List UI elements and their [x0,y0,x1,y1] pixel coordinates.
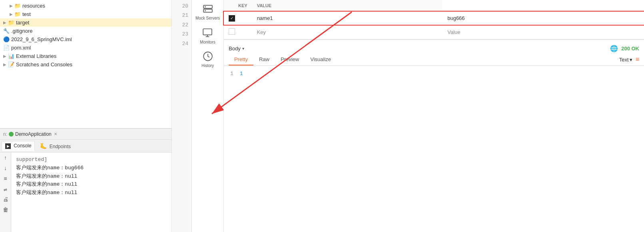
status-text: 200 OK [621,46,639,52]
param-key-cell[interactable]: name1 [252,12,443,25]
response-section: Body ▾ 🌐 200 OK Pretty Raw [224,40,644,85]
chevron-right-icon: ▶ [3,20,6,25]
file-icon: 🔧 [3,28,10,34]
response-header: Body ▾ 🌐 200 OK [224,43,644,54]
tree-item-test[interactable]: ▶ 📁 test [0,10,171,18]
tab-preview[interactable]: Preview [275,54,305,65]
bottom-tab-bar: ▶ Console 🦶 Endpoints [0,140,171,153]
tab-preview-label: Preview [281,56,299,62]
library-icon: 📊 [8,53,14,59]
chevron-right-icon: ▶ [3,62,6,67]
tab-endpoints[interactable]: 🦶 Endpoints [36,141,74,151]
tab-visualize-label: Visualize [310,56,331,62]
line-number-22: 22 [182,20,188,30]
param-checkbox-cell[interactable]: ✓ [224,12,252,25]
server-icon [202,3,213,14]
response-body: 1 1 [224,66,644,81]
console-lines: supported] 客户端发来的name：bug666 客户端发来的name：… [14,154,168,199]
param-row-placeholder: Key Value [224,25,644,39]
response-tabs: Pretty Raw Preview Visualize Text ▾ ≡ [224,54,644,66]
right-panel: KEY VALUE ✓ name1 bug666 [224,0,644,232]
line-number-21: 21 [182,11,188,20]
resp-line-number: 1 [230,71,233,77]
tab-console-label: Console [14,143,31,149]
param-value-value: bug666 [447,15,465,21]
line-number-20: 20 [182,2,188,11]
tab-console[interactable]: ▶ Console [2,141,35,151]
scratches-icon: 📝 [8,61,14,67]
print-button[interactable]: 🖨 [2,196,10,204]
app-name-label: DemoApplication [15,131,52,137]
bottom-panel-context-label: n: [3,131,7,137]
scroll-down-button[interactable]: ↓ [2,165,10,173]
body-text: Body [229,46,241,52]
pom-icon: 📄 [3,45,10,51]
console-line-1: 客户端发来的name：bug666 [16,164,167,173]
line-numbers: 20 21 22 23 24 [172,0,192,232]
postman-sidebar: Mock Servers Monitors [192,0,224,232]
placeholder-checkbox[interactable] [224,25,252,39]
scroll-up-button[interactable]: ↑ [2,154,10,162]
sidebar-item-history[interactable]: History [201,51,214,68]
tree-item-label: target [16,20,29,26]
tree-item-label: 2022_9_6_SpringMVC.iml [11,36,72,42]
tab-pretty[interactable]: Pretty [229,54,253,65]
tab-pretty-label: Pretty [234,56,248,62]
text-dropdown-label: Text [619,57,629,63]
status-badge: 200 OK [621,46,639,52]
key-header: KEY [224,0,252,12]
param-row-active: ✓ name1 bug666 [224,12,644,25]
body-label[interactable]: Body ▾ [229,46,244,52]
svg-rect-4 [203,29,212,35]
folder-icon: 📁 [14,3,21,9]
params-table: KEY VALUE ✓ name1 bug666 [224,0,644,40]
tree-item-label: .gitignore [11,28,32,34]
line-number-24: 24 [182,39,188,48]
wrap-lines-button[interactable]: ≡ [2,175,10,183]
filter-icon[interactable]: ≡ [636,56,639,63]
folder-icon: 📁 [8,20,14,26]
tree-item-label: Scratches and Consoles [16,61,72,67]
placeholder-value[interactable]: Value [443,25,644,39]
text-dropdown[interactable]: Text ▾ [619,57,632,63]
globe-icon: 🌐 [610,45,618,52]
body-dropdown-icon[interactable]: ▾ [242,46,244,51]
console-prefix-icon: ▶ [5,143,11,149]
chevron-right-icon: ▶ [10,4,13,8]
tree-item-external-libraries[interactable]: ▶ 📊 External Libraries [0,52,171,60]
sidebar-item-monitors[interactable]: Monitors [200,27,215,44]
tree-item-target[interactable]: ▶ 📁 target [0,18,171,27]
monitor-icon [202,27,213,38]
mock-servers-label: Mock Servers [195,16,220,21]
console-line-4: 客户端发来的name：null [16,189,167,197]
tree-item-label: pom.xml [11,45,31,51]
close-icon[interactable]: ✕ [54,132,57,136]
tree-item-gitignore[interactable]: 🔧 .gitignore [0,27,171,35]
soft-wrap-button[interactable]: ⇌ [2,185,10,193]
tree-item-pom[interactable]: 📄 pom.xml [0,44,171,52]
bottom-panel: n: DemoApplication ✕ ▶ Console 🦶 Endpoin… [0,128,171,232]
tab-raw[interactable]: Raw [253,54,275,65]
tab-endpoints-label: Endpoints [50,144,71,149]
tab-visualize[interactable]: Visualize [305,54,337,65]
param-key-value: name1 [257,15,273,21]
console-line-3: 客户端发来的name：null [16,180,167,189]
value-header: VALUE [252,0,443,12]
tree-item-iml[interactable]: 🔵 2022_9_6_SpringMVC.iml [0,35,171,44]
svg-point-3 [205,10,206,12]
clear-button[interactable]: 🗑 [2,206,10,214]
tree-item-scratches[interactable]: ▶ 📝 Scratches and Consoles [0,60,171,69]
console-toolbar: ↑ ↓ ≡ ⇌ 🖨 🗑 [0,153,11,232]
console-line-2: 客户端发来的name：null [16,173,167,181]
sidebar-item-mock-servers[interactable]: Mock Servers [195,3,220,21]
line-number-23: 23 [182,30,188,39]
tree-item-label: resources [22,3,45,9]
checkbox-checked[interactable]: ✓ [229,15,235,22]
tree-item-resources[interactable]: ▶ 📁 resources [0,2,171,10]
resp-value: 1 [240,71,243,77]
placeholder-key[interactable]: Key [252,25,443,39]
param-value-cell[interactable]: bug666 [443,12,644,25]
folder-icon: 📁 [14,11,21,17]
middle-panel: 20 21 22 23 24 Mock Servers [172,0,224,232]
console-content-area: ↑ ↓ ≡ ⇌ 🖨 🗑 supported] 客户端发来的name：bug666… [0,153,171,232]
